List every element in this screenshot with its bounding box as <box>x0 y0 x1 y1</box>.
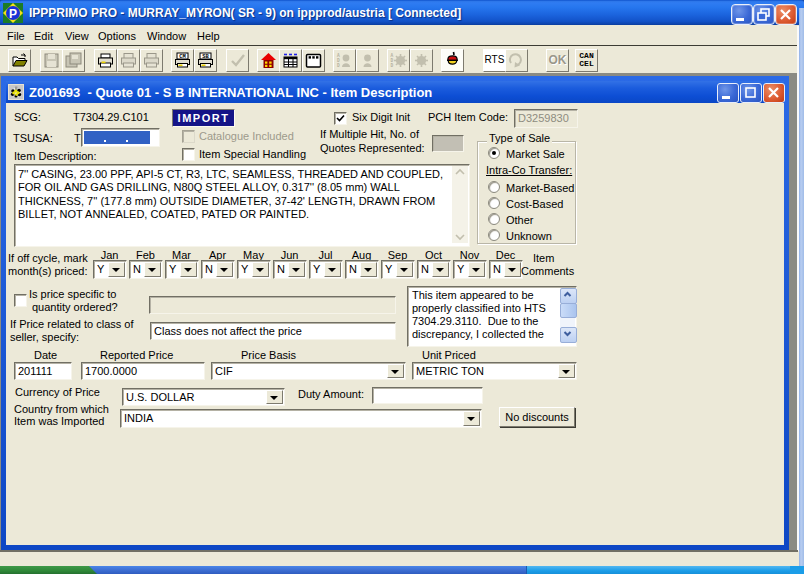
svg-text:SB: SB <box>202 53 209 60</box>
svg-text:P: P <box>9 7 17 21</box>
svg-text:CM: CM <box>179 53 186 60</box>
svg-text:D: D <box>391 63 394 68</box>
svg-text:D: D <box>337 63 340 68</box>
